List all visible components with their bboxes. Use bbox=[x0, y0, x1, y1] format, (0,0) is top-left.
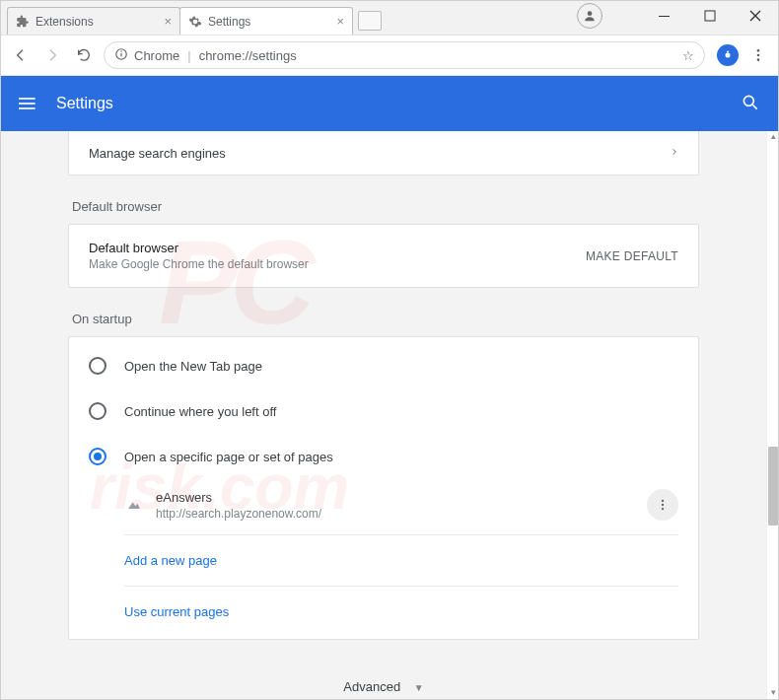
section-header-on-startup: On startup bbox=[72, 312, 699, 326]
security-label: Chrome bbox=[134, 48, 179, 63]
site-favicon-icon bbox=[124, 495, 144, 515]
extension-badge-icon[interactable] bbox=[717, 44, 739, 66]
url-text: chrome://settings bbox=[199, 48, 297, 63]
svg-point-14 bbox=[744, 96, 753, 105]
separator: | bbox=[187, 48, 190, 63]
search-icon[interactable] bbox=[741, 93, 760, 115]
svg-rect-12 bbox=[19, 103, 35, 105]
svg-point-16 bbox=[662, 504, 664, 506]
startup-page-url: http://search.playzonenow.com/ bbox=[156, 507, 321, 521]
default-browser-title: Default browser bbox=[89, 241, 309, 255]
advanced-toggle[interactable]: Advanced ▼ bbox=[68, 679, 699, 694]
startup-option-new-tab[interactable]: Open the New Tab page bbox=[69, 343, 698, 388]
advanced-label: Advanced bbox=[343, 679, 400, 694]
menu-icon[interactable] bbox=[19, 94, 38, 113]
svg-point-15 bbox=[662, 500, 664, 502]
puzzle-icon bbox=[16, 15, 30, 29]
window-maximize-button[interactable] bbox=[687, 1, 733, 31]
gear-icon bbox=[188, 15, 202, 29]
page-row-menu-button[interactable] bbox=[647, 489, 678, 521]
settings-appbar: Settings bbox=[1, 76, 778, 131]
browser-menu-button[interactable] bbox=[746, 43, 770, 67]
info-icon bbox=[114, 47, 128, 64]
svg-point-8 bbox=[757, 49, 760, 52]
reload-button[interactable] bbox=[72, 43, 96, 67]
svg-rect-11 bbox=[19, 98, 35, 100]
chevron-right-icon bbox=[671, 146, 678, 161]
radio-label: Open a specific page or set of pages bbox=[124, 450, 333, 464]
bookmark-star-icon[interactable]: ☆ bbox=[682, 48, 694, 63]
svg-rect-4 bbox=[120, 52, 121, 56]
startup-page-title: eAnswers bbox=[156, 490, 321, 505]
tab-extensions[interactable]: Extensions × bbox=[7, 7, 180, 35]
make-default-button[interactable]: MAKE DEFAULT bbox=[586, 249, 678, 263]
svg-point-9 bbox=[757, 54, 760, 57]
startup-page-row: eAnswers http://search.playzonenow.com/ bbox=[124, 479, 678, 530]
svg-rect-5 bbox=[120, 50, 121, 51]
close-icon[interactable]: × bbox=[164, 14, 172, 29]
svg-point-17 bbox=[662, 508, 664, 510]
window-close-button[interactable] bbox=[733, 1, 778, 31]
svg-point-6 bbox=[726, 53, 731, 58]
add-new-page-link[interactable]: Add a new page bbox=[124, 539, 678, 582]
address-bar[interactable]: Chrome | chrome://settings ☆ bbox=[104, 41, 705, 69]
back-button[interactable] bbox=[9, 43, 33, 67]
startup-option-specific-pages[interactable]: Open a specific page or set of pages bbox=[69, 434, 698, 479]
radio-icon bbox=[89, 402, 106, 420]
page-title: Settings bbox=[56, 95, 113, 112]
radio-label: Open the New Tab page bbox=[124, 359, 262, 374]
scrollbar-thumb[interactable] bbox=[768, 447, 778, 525]
divider bbox=[124, 534, 678, 535]
tab-label: Extensions bbox=[35, 15, 94, 29]
radio-icon bbox=[89, 357, 106, 375]
default-browser-subtitle: Make Google Chrome the default browser bbox=[89, 257, 309, 271]
row-label: Manage search engines bbox=[89, 146, 226, 161]
svg-rect-13 bbox=[19, 107, 35, 109]
toolbar: Chrome | chrome://settings ☆ bbox=[1, 35, 778, 76]
svg-point-10 bbox=[757, 58, 760, 61]
profile-icon[interactable] bbox=[577, 3, 602, 29]
svg-point-7 bbox=[727, 51, 729, 53]
startup-option-continue[interactable]: Continue where you left off bbox=[69, 388, 698, 434]
scroll-up-icon[interactable]: ▴ bbox=[767, 131, 778, 143]
tab-settings[interactable]: Settings × bbox=[179, 7, 353, 35]
svg-rect-2 bbox=[705, 11, 715, 21]
radio-icon-selected bbox=[89, 448, 106, 465]
section-header-default-browser: Default browser bbox=[72, 199, 699, 214]
chevron-down-icon: ▼ bbox=[414, 682, 424, 693]
close-icon[interactable]: × bbox=[336, 14, 344, 29]
use-current-pages-link[interactable]: Use current pages bbox=[124, 591, 678, 633]
svg-point-0 bbox=[588, 11, 593, 16]
scroll-down-icon[interactable]: ▾ bbox=[767, 687, 778, 699]
new-tab-button[interactable] bbox=[358, 11, 382, 31]
divider bbox=[124, 586, 678, 587]
tab-label: Settings bbox=[208, 15, 250, 29]
scrollbar[interactable]: ▴ ▾ bbox=[766, 131, 778, 699]
manage-search-engines-row[interactable]: Manage search engines bbox=[69, 131, 698, 175]
svg-rect-1 bbox=[659, 16, 670, 17]
forward-button[interactable] bbox=[40, 43, 64, 67]
radio-label: Continue where you left off bbox=[124, 404, 276, 419]
window-minimize-button[interactable] bbox=[642, 1, 687, 31]
